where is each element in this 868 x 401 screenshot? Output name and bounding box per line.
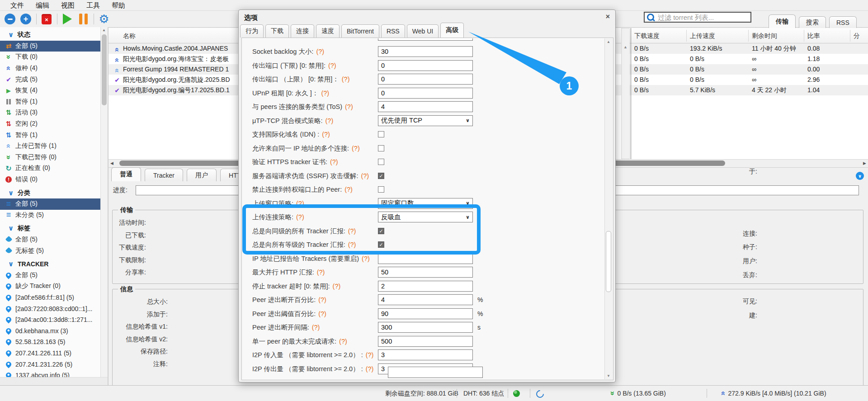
setting-select[interactable]: 优先使用 TCP∨ (378, 115, 473, 126)
column-header-name[interactable]: 名称 (123, 28, 136, 43)
menu-item[interactable]: 视图 (55, 0, 80, 11)
sidebar-item[interactable]: 正在检查 (0) (0, 163, 100, 174)
sidebar-item[interactable]: 全部 (5) (0, 269, 100, 281)
help-link[interactable]: (?) (312, 324, 320, 331)
help-link[interactable]: (?) (362, 255, 370, 262)
sidebar-item[interactable]: TRACKER (0, 259, 100, 270)
speed-limits-icon[interactable] (536, 386, 544, 401)
setting-checkbox[interactable] (378, 159, 384, 165)
sidebar-item[interactable]: 52.58.128.163 (5) (0, 336, 100, 348)
setting-input[interactable]: 0 (378, 74, 473, 85)
menu-item[interactable]: 帮助 (106, 0, 131, 11)
detail-tab[interactable]: Tracker (145, 169, 183, 181)
setting-input[interactable]: 500 (378, 336, 473, 347)
sidebar-item[interactable]: [2a03:7220:8083:cd00::1]... (0, 303, 100, 314)
help-link[interactable]: (?) (296, 213, 304, 221)
help-link[interactable]: (?) (348, 241, 356, 248)
sidebar-item[interactable]: 标签 (0, 223, 100, 234)
column-header-down-speed[interactable]: 下载速度 (634, 28, 660, 43)
setting-input[interactable]: 2 (378, 281, 473, 292)
setting-checkbox[interactable] (378, 186, 384, 193)
sidebar-item[interactable]: 全部 (5) (0, 198, 100, 210)
options-tab[interactable]: Web UI (407, 24, 439, 38)
help-link[interactable]: (?) (321, 90, 329, 97)
scroll-left-icon[interactable]: ◀ (110, 161, 113, 165)
scrollbar-thumb[interactable] (102, 34, 107, 105)
resume-icon[interactable] (61, 13, 73, 25)
options-tab[interactable]: 连接 (291, 24, 314, 38)
setting-input[interactable]: 90 (378, 308, 473, 319)
options-tab[interactable]: BitTorrent (341, 24, 379, 38)
scroll-up-icon[interactable]: ▲ (607, 40, 610, 44)
sidebar-item[interactable]: [2a0f:e586:f:f::81] (5) (0, 292, 100, 303)
column-header-ratio[interactable]: 比率 (807, 28, 820, 43)
sidebar-item[interactable]: [2a04:ac00:1:3dd8::1:271... (0, 314, 100, 326)
sidebar-item[interactable]: 207.241.231.226 (5) (0, 359, 100, 370)
sidebar-item[interactable]: 下载已暂停 (0) (0, 152, 100, 163)
detail-tab[interactable]: 用户 (187, 169, 217, 181)
setting-input[interactable]: 300 (378, 322, 473, 333)
help-link[interactable]: (?) (330, 158, 338, 165)
sidebar-scrollbar[interactable]: ▲ ▼ (100, 27, 108, 383)
sidebar-item[interactable]: 上传已暂停 (1) (0, 141, 100, 152)
setting-checkbox[interactable] (378, 241, 384, 248)
sidebar-item[interactable]: 全部 (5) (0, 234, 100, 245)
setting-input[interactable]: 4 (378, 101, 473, 112)
collapse-pane-button[interactable]: ∨ (856, 172, 864, 180)
help-link[interactable]: (?) (348, 227, 356, 235)
sidebar-item[interactable]: 207.241.226.111 (5) (0, 348, 100, 359)
setting-checkbox[interactable] (378, 131, 384, 137)
sidebar-item[interactable]: 0d.kebhana.mx (3) (0, 325, 100, 336)
column-header-up-speed[interactable]: 上传速度 (690, 28, 715, 43)
setting-input[interactable]: 30 (378, 46, 473, 57)
help-link[interactable]: (?) (296, 200, 304, 207)
scroll-right-icon[interactable]: ▶ (863, 161, 866, 165)
setting-input[interactable] (378, 253, 473, 264)
help-link[interactable]: (?) (326, 117, 334, 124)
setting-input[interactable]: 3 (378, 349, 473, 360)
sidebar-item[interactable]: 恢复 (4) (0, 85, 100, 96)
options-tab[interactable]: 高级 (440, 23, 464, 38)
sidebar-item[interactable]: 空闲 (2) (0, 118, 100, 130)
setting-input[interactable] (378, 38, 473, 41)
setting-input[interactable]: 50 (378, 267, 473, 278)
table-scrollbar[interactable]: ▲ (621, 28, 630, 159)
setting-select[interactable]: 固定窗口数∨ (378, 198, 473, 209)
sidebar-item[interactable]: 暂停 (1) (0, 129, 100, 141)
column-header-eta[interactable]: 剩余时间 (752, 28, 777, 43)
scroll-down-icon[interactable]: ▼ (607, 374, 610, 378)
sidebar-item[interactable]: 未分类 (5) (0, 210, 100, 221)
main-tab[interactable]: 搜索 (799, 16, 826, 28)
connection-status-icon[interactable] (513, 386, 520, 401)
setting-input[interactable]: 0 (378, 60, 473, 71)
sidebar-item[interactable]: 无标签 (5) (0, 245, 100, 256)
sidebar-item[interactable]: 做种 (4) (0, 63, 100, 74)
scrollbar-thumb[interactable] (606, 231, 611, 292)
help-link[interactable]: (?) (366, 365, 374, 373)
column-header-partial[interactable]: 分 (854, 28, 860, 43)
help-link[interactable]: (?) (318, 296, 326, 303)
setting-input[interactable] (388, 367, 483, 378)
help-link[interactable]: (?) (316, 48, 324, 55)
total-download-speed[interactable]: »0 B/s (13.65 GiB) (610, 386, 666, 401)
options-tab[interactable]: 行为 (240, 24, 264, 38)
setting-input[interactable]: 0 (378, 88, 473, 99)
close-icon[interactable]: × (606, 13, 610, 21)
options-tab[interactable]: 速度 (316, 24, 340, 38)
options-scrollbar[interactable]: ▲ ▼ (604, 38, 613, 379)
scroll-up-icon[interactable]: ▲ (623, 45, 627, 49)
main-tab[interactable]: 传输 (769, 14, 796, 28)
help-link[interactable]: (?) (366, 351, 374, 359)
total-upload-speed[interactable]: «272.9 KiB/s [4.0 MiB/s] (10.21 GiB) (721, 386, 826, 401)
setting-select[interactable]: 反吸血∨ (378, 212, 473, 222)
sidebar-item[interactable]: 全部 (5) (0, 41, 100, 52)
help-link[interactable]: (?) (333, 283, 341, 290)
sidebar-item[interactable]: 暂停 (1) (0, 96, 100, 108)
help-link[interactable]: (?) (344, 186, 353, 193)
detail-tab[interactable]: 普通 (111, 167, 141, 181)
help-link[interactable]: (?) (318, 310, 326, 317)
options-gear-icon[interactable]: ⚙ (98, 13, 110, 25)
help-link[interactable]: (?) (352, 145, 360, 152)
add-torrent-file-icon[interactable]: + (20, 13, 32, 25)
setting-checkbox[interactable] (378, 173, 384, 179)
